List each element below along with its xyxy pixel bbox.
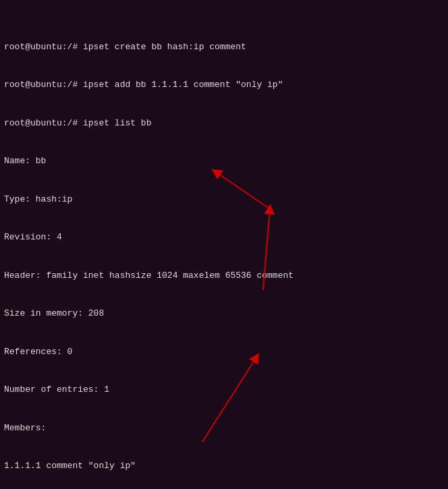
line-3: root@ubuntu:/# ipset list bb [4,117,444,130]
line-8: Size in memory: 208 [4,308,444,320]
line-12: 1.1.1.1 comment "only ip" [4,460,444,473]
terminal: root@ubuntu:/# ipset create bb hash:ip c… [0,0,448,489]
line-2: root@ubuntu:/# ipset add bb 1.1.1.1 comm… [4,79,444,92]
line-6: Revision: 4 [4,231,444,244]
line-11: Members: [4,422,444,435]
line-9: References: 0 [4,346,444,359]
line-7: Header: family inet hashsize 1024 maxele… [4,270,444,283]
line-5: Type: hash:ip [4,194,444,206]
line-10: Number of entries: 1 [4,384,444,397]
line-1: root@ubuntu:/# ipset create bb hash:ip c… [4,41,444,54]
line-4: Name: bb [4,155,444,168]
